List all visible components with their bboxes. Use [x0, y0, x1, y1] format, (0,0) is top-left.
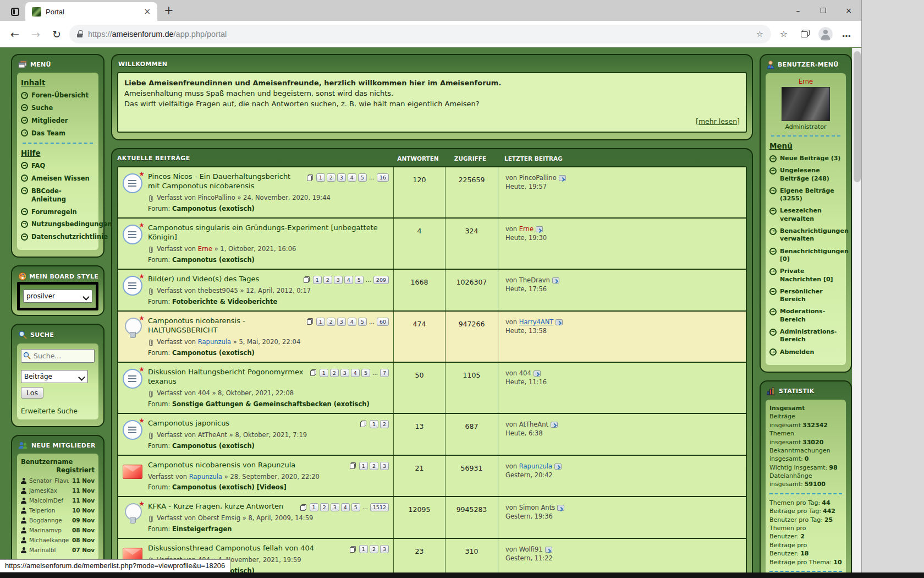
goto-last-post-icon[interactable] [554, 464, 562, 470]
forum-link[interactable]: Camponotus (exotisch) [172, 256, 255, 264]
last-post-author-link[interactable]: TheDravn [519, 276, 550, 284]
page-number-chip[interactable]: 2 [330, 369, 339, 377]
user-menu-item[interactable]: Benachrichtigungen [0] [769, 248, 842, 264]
page-number-chip[interactable]: 3 [380, 462, 389, 470]
last-post-author-link[interactable]: Erne [519, 225, 534, 233]
page-number-chip[interactable]: 3 [337, 318, 346, 326]
page-number-chip[interactable]: 1 [316, 173, 325, 182]
topic-title-link[interactable]: Diskussion Haltungsbericht Pogonomyrmex … [148, 368, 306, 386]
tab-actions-button[interactable] [6, 3, 24, 20]
page-number-chip[interactable]: 4 [348, 318, 356, 326]
topic-author-link[interactable]: Rapunzula [189, 473, 222, 481]
last-post-author-link[interactable]: Rapunzula [519, 462, 552, 470]
page-number-chip[interactable]: 3 [331, 503, 339, 511]
address-bar[interactable]: https://ameisenforum.de/app.php/portal ☆ [69, 25, 771, 43]
user-menu-item[interactable]: Moderations-Bereich [769, 308, 842, 324]
page-number-chip[interactable]: 3 [334, 276, 343, 284]
user-menu-item[interactable]: Eigene Beiträge (3255) [769, 187, 842, 203]
last-post-author-link[interactable]: 404 [519, 369, 531, 377]
menu-item[interactable]: Datenschutzrichtlinie [21, 233, 95, 241]
page-number-chip[interactable]: 3 [337, 173, 346, 182]
member-name-link[interactable]: Marinamvp [29, 527, 69, 533]
goto-last-post-icon[interactable] [536, 226, 543, 232]
search-input[interactable] [21, 349, 95, 363]
page-number-chip[interactable]: 2 [327, 318, 336, 326]
member-name-link[interactable]: Michaelkange [29, 537, 69, 543]
board-style-select[interactable]: prosilver [23, 290, 92, 303]
page-number-chip[interactable]: 4 [341, 503, 350, 511]
member-name-link[interactable]: JamesKax [29, 487, 69, 494]
page-number-chip[interactable]: 2 [380, 420, 389, 428]
topic-author-link[interactable]: thebest9045 [198, 287, 238, 295]
user-menu-item[interactable]: Abmelden [769, 348, 842, 356]
lock-icon[interactable] [77, 30, 82, 37]
goto-last-post-icon[interactable] [552, 277, 559, 283]
member-name-link[interactable]: Marinalbl [29, 547, 69, 553]
goto-last-post-icon[interactable] [551, 422, 558, 428]
goto-last-post-icon[interactable] [545, 547, 552, 553]
page-number-chip[interactable]: 2 [370, 462, 378, 470]
user-avatar[interactable] [782, 87, 830, 121]
topic-title-link[interactable]: Camponotus nicobarensis von Rapunzula [148, 461, 295, 470]
menu-item[interactable]: FAQ [21, 162, 95, 170]
last-post-author-link[interactable]: PincoPallino [519, 174, 557, 182]
page-number-chip[interactable]: 1 [313, 276, 322, 284]
topic-author-link[interactable]: PincoPallino [198, 194, 235, 201]
page-number-chip[interactable]: 16 [377, 173, 389, 182]
menu-item[interactable]: Ameisen Wissen [21, 175, 95, 183]
collections-icon[interactable] [796, 29, 813, 39]
menu-item[interactable]: Das Team [21, 129, 95, 138]
member-name-link[interactable]: Bogdannge [29, 517, 69, 524]
page-url[interactable]: https://ameisenforum.de/app.php/portal [88, 30, 227, 39]
topic-author-link[interactable]: Oberst Emsig [198, 514, 240, 522]
tab-close-icon[interactable]: × [142, 7, 152, 17]
search-go-button[interactable]: Los [21, 387, 43, 399]
window-close-button[interactable]: × [836, 0, 861, 21]
more-menu-icon[interactable]: … [838, 29, 855, 39]
window-maximize-button[interactable] [811, 0, 836, 21]
user-menu-item[interactable]: Ungelesene Beiträge (248) [769, 167, 842, 183]
topic-title-link[interactable]: Pincos Nicos - Ein Dauerhaltungsbericht … [148, 172, 302, 191]
page-number-chip[interactable]: 7 [380, 369, 389, 377]
add-favorite-icon[interactable]: ☆ [756, 29, 763, 39]
page-number-chip[interactable]: 5 [361, 369, 370, 377]
topic-title-link[interactable]: Diskussionsthread Camponotus fellah von … [148, 544, 314, 553]
topic-author-link[interactable]: Erne [198, 245, 212, 253]
user-menu-item[interactable]: Administrations-Bereich [769, 328, 842, 344]
user-menu-item[interactable]: Neue Beiträge (3) [769, 155, 842, 162]
page-number-chip[interactable]: 60 [377, 318, 389, 326]
read-more-link[interactable]: [mehr lesen] [696, 117, 740, 126]
last-post-author-link[interactable]: AtTheAnt [519, 421, 548, 428]
user-menu-item[interactable]: Benachrichtigungen verwalten [769, 227, 842, 243]
forum-link[interactable]: Camponotus (exotisch) [172, 205, 255, 212]
favorites-icon[interactable]: ☆ [776, 29, 792, 39]
menu-item[interactable]: Forumregeln [21, 208, 95, 216]
topic-title-link[interactable]: Camponotus nicobarensis - HALTUNGSBERICH… [148, 317, 302, 335]
page-number-chip[interactable]: 5 [358, 173, 367, 182]
forum-link[interactable]: Fotoberichte & Videoberichte [172, 298, 277, 306]
forum-link[interactable]: Camponotus (exotisch) [Videos] [172, 483, 287, 491]
page-number-chip[interactable]: 5 [355, 276, 364, 284]
topic-title-link[interactable]: KFKA - Kurze Fragen, kurze Antworten [148, 502, 283, 511]
topic-author-link[interactable]: 404 [198, 389, 210, 397]
page-number-chip[interactable]: 5 [351, 503, 360, 511]
new-tab-button[interactable]: + [164, 5, 174, 17]
page-number-chip[interactable]: 5 [358, 318, 367, 326]
goto-last-post-icon[interactable] [556, 319, 563, 325]
user-menu-item[interactable]: Persönlicher Bereich [769, 288, 842, 304]
topic-author-link[interactable]: AtTheAnt [198, 431, 227, 439]
page-number-chip[interactable]: 4 [344, 276, 353, 284]
menu-item[interactable]: Mitglieder [21, 117, 95, 125]
back-button[interactable]: ← [7, 28, 23, 40]
current-username[interactable]: Erne [769, 78, 842, 85]
page-number-chip[interactable]: 2 [327, 173, 336, 182]
member-name-link[interactable]: Telperion [29, 507, 69, 514]
page-scrollbar[interactable] [852, 48, 861, 572]
topic-title-link[interactable]: Bild(er) und Video(s) des Tages [148, 275, 259, 284]
profile-avatar[interactable] [818, 27, 833, 41]
last-post-author-link[interactable]: Wolfi91 [519, 546, 543, 553]
page-number-chip[interactable]: 1 [370, 420, 378, 428]
user-menu-item[interactable]: Private Nachrichten [0] [769, 268, 842, 283]
menu-item[interactable]: BBCode-Anleitung [21, 187, 95, 204]
browser-tab[interactable]: Portal × [25, 2, 157, 21]
